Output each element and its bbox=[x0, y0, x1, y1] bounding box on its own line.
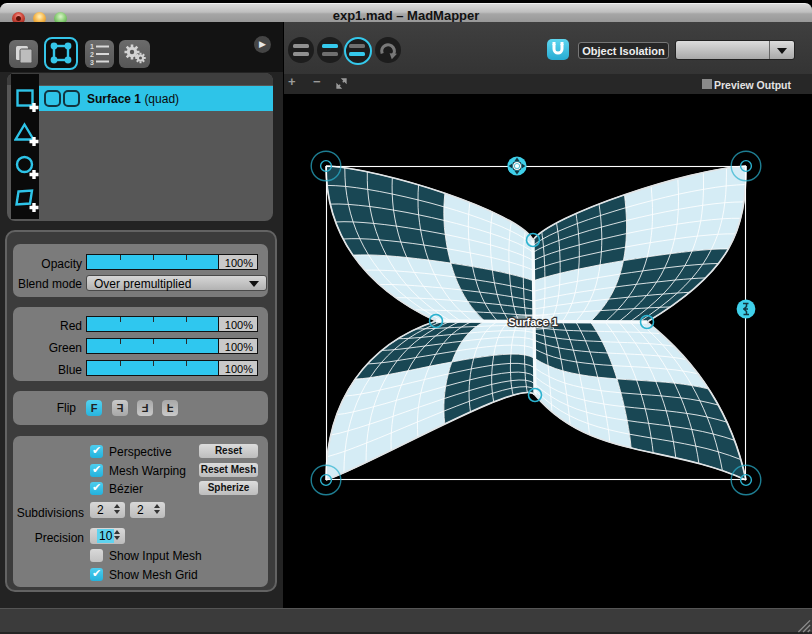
svg-text:1: 1 bbox=[90, 43, 94, 50]
svg-text:Surface 1: Surface 1 bbox=[508, 316, 558, 328]
svg-text:3: 3 bbox=[90, 59, 94, 66]
svg-text:2: 2 bbox=[90, 51, 94, 58]
